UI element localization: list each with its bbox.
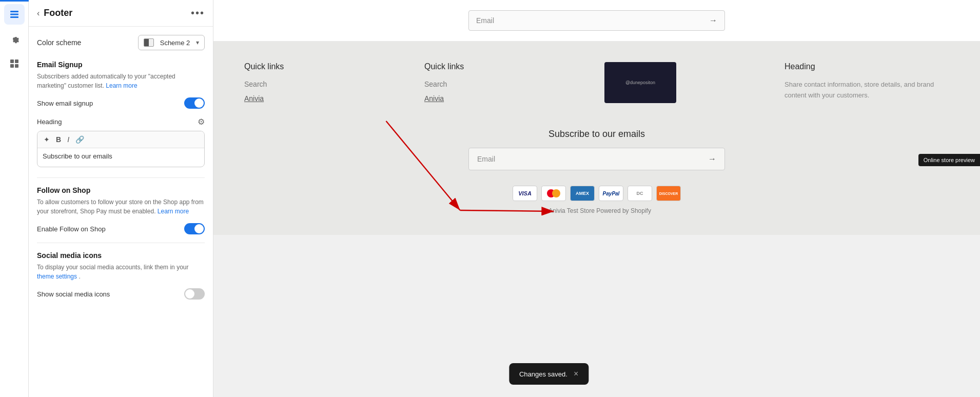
list-item: Search: [244, 80, 409, 89]
discover-icon: DISCOVER: [656, 186, 681, 201]
email-top-arrow-icon: →: [709, 16, 717, 25]
svg-rect-4: [15, 59, 18, 63]
sections-icon[interactable]: [4, 4, 25, 25]
color-scheme-row: Color scheme Scheme 2 ▾: [37, 35, 205, 50]
show-email-signup-label: Show email signup: [37, 100, 93, 107]
icon-bar: [0, 0, 29, 397]
heading-col-title: Heading: [785, 62, 949, 71]
subscribe-email-placeholder: Email: [477, 155, 495, 163]
visa-icon: VISA: [513, 186, 537, 201]
divider-2: [37, 243, 205, 243]
color-scheme-select[interactable]: Scheme 2 ▾: [138, 35, 205, 50]
svg-rect-1: [10, 14, 18, 15]
chevron-down-icon: ▾: [196, 39, 199, 46]
apps-icon[interactable]: [4, 53, 25, 74]
email-signup-title: Email Signup: [37, 61, 205, 69]
scheme-icon: [144, 38, 154, 47]
magic-button[interactable]: ✦: [42, 134, 52, 145]
progress-bar: [0, 0, 29, 2]
subscribe-title: Subscribe to our emails: [244, 129, 949, 140]
email-top-placeholder: Email: [476, 16, 494, 25]
store-image: @dunepositon: [604, 62, 676, 103]
more-options-button[interactable]: •••: [191, 7, 205, 19]
footer-section: Quick links Search Anivia Quick links Se…: [213, 42, 980, 235]
sidebar-content: Color scheme Scheme 2 ▾ Email Signup Sub…: [29, 27, 213, 397]
heading-settings-icon[interactable]: ⚙: [198, 117, 205, 127]
image-col: @dunepositon: [604, 62, 769, 108]
sidebar-panel: ‹ Footer ••• Color scheme Scheme 2 ▾ Ema…: [29, 0, 213, 397]
email-top-input-box[interactable]: Email →: [468, 10, 725, 31]
link-button[interactable]: 🔗: [73, 134, 86, 145]
email-signup-learn-more-link[interactable]: Learn more: [106, 82, 137, 89]
subscribe-arrow-icon: →: [708, 154, 716, 164]
anivia-link-2[interactable]: Anivia: [424, 94, 444, 103]
enable-follow-on-shop-toggle[interactable]: [184, 223, 205, 234]
svg-rect-3: [10, 59, 14, 63]
preview-label: Online store preview: [918, 154, 980, 166]
rich-text-content[interactable]: Subscribe to our emails: [37, 148, 204, 167]
preview-content: Email → Quick links Search Anivia Quick …: [213, 0, 980, 235]
quick-links-1-heading: Quick links: [244, 62, 409, 71]
preview-area: Email → Quick links Search Anivia Quick …: [213, 0, 980, 397]
settings-icon[interactable]: [4, 29, 25, 49]
sidebar-header: ‹ Footer •••: [29, 0, 213, 27]
scheme-value: Scheme 2: [160, 39, 190, 47]
show-social-media-label: Show social media icons: [37, 290, 110, 298]
quick-links-1-list: Search Anivia: [244, 80, 409, 103]
paypal-icon: PayPal: [599, 186, 623, 201]
amex-icon: AMEX: [570, 186, 595, 201]
quick-links-col-1: Quick links Search Anivia: [244, 62, 409, 108]
email-top-section: Email →: [213, 0, 980, 42]
heading-col: Heading Share contact information, store…: [785, 62, 949, 108]
changes-saved-toast: Changes saved. ×: [509, 363, 589, 385]
show-social-media-toggle[interactable]: [184, 288, 205, 300]
back-button[interactable]: ‹: [37, 9, 40, 18]
bold-button[interactable]: B: [54, 134, 63, 145]
rich-text-editor[interactable]: ✦ B I 🔗 Subscribe to our emails: [37, 131, 205, 167]
svg-rect-5: [10, 64, 14, 68]
quick-links-2-heading: Quick links: [424, 62, 589, 71]
anivia-link-1[interactable]: Anivia: [244, 94, 264, 103]
mastercard-icon: [541, 186, 566, 201]
heading-row: Heading ⚙: [37, 117, 205, 127]
svg-rect-0: [10, 11, 18, 12]
italic-button[interactable]: I: [65, 134, 71, 145]
follow-on-shop-learn-more-link[interactable]: Learn more: [158, 208, 189, 215]
email-signup-desc: Subscribers added automatically to your …: [37, 72, 205, 90]
show-email-signup-toggle[interactable]: [184, 97, 205, 109]
toast-close-button[interactable]: ×: [574, 369, 578, 379]
enable-follow-on-shop-label: Enable Follow on Shop: [37, 225, 106, 233]
svg-rect-2: [10, 16, 18, 18]
divider-1: [37, 177, 205, 178]
social-media-title: Social media icons: [37, 251, 205, 260]
list-item: Anivia: [424, 94, 589, 103]
subscribe-email-box[interactable]: Email →: [468, 148, 725, 170]
svg-rect-6: [15, 64, 18, 68]
theme-settings-link[interactable]: theme settings: [37, 273, 77, 280]
diners-icon: DC: [628, 186, 652, 201]
color-scheme-label: Color scheme: [37, 38, 81, 47]
subscribe-section: Subscribe to our emails Email →: [244, 129, 949, 170]
heading-col-desc: Share contact information, store details…: [785, 80, 949, 101]
social-media-desc: To display your social media accounts, l…: [37, 263, 205, 281]
toast-message: Changes saved.: [519, 370, 567, 378]
footer-grid: Quick links Search Anivia Quick links Se…: [244, 62, 949, 108]
heading-field-label: Heading: [37, 118, 62, 126]
list-item: Anivia: [244, 94, 409, 103]
enable-follow-on-shop-row: Enable Follow on Shop: [37, 223, 205, 234]
quick-links-2-list: Search Anivia: [424, 80, 589, 103]
show-social-media-row: Show social media icons: [37, 288, 205, 300]
list-item: Search: [424, 80, 589, 89]
sidebar-title: Footer: [44, 8, 191, 18]
rich-text-toolbar: ✦ B I 🔗: [37, 131, 204, 148]
footer-copyright: s, Anivia Test Store Powered by Shopify: [244, 207, 949, 214]
follow-on-shop-desc: To allow customers to follow your store …: [37, 197, 205, 216]
quick-links-col-2: Quick links Search Anivia: [424, 62, 589, 108]
show-email-signup-row: Show email signup: [37, 97, 205, 109]
follow-on-shop-title: Follow on Shop: [37, 186, 205, 194]
payment-icons-row: VISA AMEX PayPal DC DISCOVER: [244, 186, 949, 201]
